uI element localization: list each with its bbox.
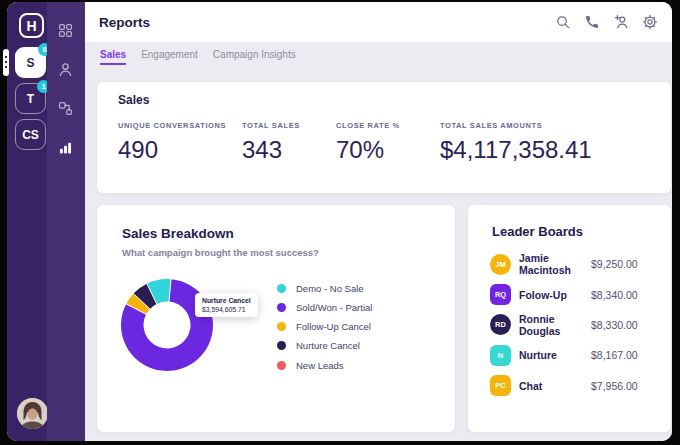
legend-label: Sold/Won - Partial — [296, 302, 372, 313]
tab-campaign-insights[interactable]: Campaign Insights — [213, 49, 296, 65]
leader-amount: $8,340.00 — [591, 289, 659, 301]
metric-label: CLOSE RATE % — [336, 121, 440, 130]
contacts-icon[interactable] — [57, 61, 74, 78]
leader-avatar: RQ — [490, 284, 511, 305]
sales-breakdown-card: Sales Breakdown What campaign brought th… — [97, 205, 455, 432]
search-icon[interactable] — [555, 14, 571, 30]
phone-icon[interactable] — [584, 14, 600, 30]
dashboard-icon[interactable] — [57, 22, 74, 39]
leader-board-row[interactable]: RQFolow-Up$8,340.00 — [490, 279, 659, 309]
leader-name: Jamie Macintosh — [519, 252, 591, 276]
window-edge-handle — [3, 49, 9, 76]
leader-avatar: RD — [490, 314, 511, 335]
workspace-label: S — [26, 56, 34, 70]
workspace-rail: H S6T1CS — [7, 2, 47, 441]
leader-boards-card: Leader Boards JMJamie Macintosh$9,250.00… — [468, 205, 671, 432]
avatar-photo — [17, 398, 48, 429]
leader-avatar: JM — [490, 254, 511, 275]
leader-name: Ronnie Douglas — [519, 313, 591, 337]
workspace-tile-t[interactable]: T1 — [15, 83, 46, 114]
legend-item[interactable]: New Leads — [277, 360, 372, 370]
leader-board-row[interactable]: JMJamie Macintosh$9,250.00 — [490, 249, 659, 279]
sales-card-title: Sales — [118, 93, 149, 107]
automation-icon[interactable] — [57, 100, 74, 117]
metric-value: $4,117,358.41 — [440, 136, 592, 164]
chart-tooltip: Nurture Cancel $3,594,605.71 — [195, 293, 258, 317]
metric-label: UNIQUE CONVERSATIONS — [118, 121, 242, 130]
donut-chart[interactable] — [117, 275, 217, 375]
user-avatar[interactable] — [17, 398, 48, 429]
metric-value: 70% — [336, 136, 440, 164]
legend-dot — [277, 284, 286, 293]
legend-item[interactable]: Demo - No Sale — [277, 283, 372, 293]
leader-board-row[interactable]: NNurture$8,167.00 — [490, 340, 659, 370]
leader-amount: $7,956.00 — [591, 380, 659, 392]
app-logo[interactable]: H — [19, 13, 44, 38]
legend-label: New Leads — [296, 360, 344, 371]
legend-label: Demo - No Sale — [296, 283, 364, 294]
workspace-tile-cs[interactable]: CS — [15, 119, 46, 150]
leader-board-list: JMJamie Macintosh$9,250.00RQFolow-Up$8,3… — [490, 249, 659, 401]
metric: UNIQUE CONVERSATIONS490 — [118, 121, 242, 164]
leader-name: Nurture — [519, 349, 591, 361]
metric-value: 343 — [242, 136, 336, 164]
metric: CLOSE RATE %70% — [336, 121, 440, 164]
tooltip-label: Nurture Cancel — [202, 297, 251, 304]
leader-name: Chat — [519, 380, 591, 392]
leader-amount: $9,250.00 — [591, 258, 659, 270]
leader-avatar: PC — [490, 375, 511, 396]
workspace-label: CS — [22, 128, 39, 142]
leader-amount: $8,167.00 — [591, 349, 659, 361]
breakdown-subtitle: What campaign brought the most success? — [122, 247, 319, 258]
sales-summary-card: Sales UNIQUE CONVERSATIONS490TOTAL SALES… — [97, 82, 671, 193]
legend-dot — [277, 341, 286, 350]
metric-label: TOTAL SALES AMOUNTS — [440, 121, 592, 130]
legend-dot — [277, 322, 286, 331]
nav-rail — [47, 2, 85, 441]
workspace-tile-s[interactable]: S6 — [15, 47, 46, 78]
leader-name: Folow-Up — [519, 289, 591, 301]
legend-item[interactable]: Follow-Up Cancel — [277, 322, 372, 332]
leader-avatar: N — [490, 345, 511, 366]
main-content: Reports SalesEngagementCampaign Insights… — [85, 2, 672, 441]
tab-sales[interactable]: Sales — [100, 49, 126, 65]
leader-board-row[interactable]: PCChat$7,956.00 — [490, 371, 659, 401]
add-user-icon[interactable] — [613, 14, 629, 30]
page-header: Reports — [85, 2, 672, 42]
legend-item[interactable]: Nurture Cancel — [277, 341, 372, 351]
chart-legend: Demo - No SaleSold/Won - PartialFollow-U… — [277, 283, 372, 379]
settings-icon[interactable] — [642, 14, 658, 30]
breakdown-title: Sales Breakdown — [122, 226, 234, 241]
tooltip-value: $3,594,605.71 — [202, 306, 251, 313]
legend-dot — [277, 303, 286, 312]
sales-metrics: UNIQUE CONVERSATIONS490TOTAL SALES343CLO… — [118, 121, 592, 164]
legend-dot — [277, 361, 286, 370]
leader-board-row[interactable]: RDRonnie Douglas$8,330.00 — [490, 310, 659, 340]
report-tabs: SalesEngagementCampaign Insights — [85, 42, 672, 72]
metric: TOTAL SALES AMOUNTS$4,117,358.41 — [440, 121, 592, 164]
legend-item[interactable]: Sold/Won - Partial — [277, 302, 372, 312]
legend-label: Nurture Cancel — [296, 340, 360, 351]
workspace-label: T — [27, 92, 34, 106]
leader-boards-title: Leader Boards — [492, 224, 583, 239]
header-actions — [555, 14, 672, 30]
metric-value: 490 — [118, 136, 242, 164]
reporting-icon[interactable] — [57, 139, 74, 156]
tab-engagement[interactable]: Engagement — [141, 49, 198, 65]
legend-label: Follow-Up Cancel — [296, 321, 371, 332]
page-title: Reports — [99, 15, 150, 30]
metric-label: TOTAL SALES — [242, 121, 336, 130]
app-window: H S6T1CS Reports SalesEngagementCampaign… — [7, 2, 672, 441]
metric: TOTAL SALES343 — [242, 121, 336, 164]
leader-amount: $8,330.00 — [591, 319, 659, 331]
